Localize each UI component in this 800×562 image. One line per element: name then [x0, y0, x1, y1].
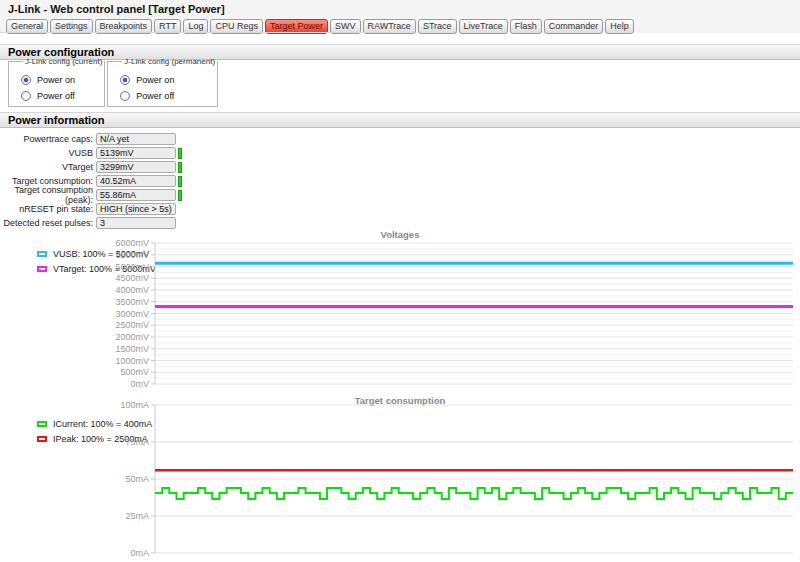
tab-flash[interactable]: Flash: [510, 19, 542, 34]
info-row-vusb: VUSB5139mV: [0, 146, 420, 160]
tab-strace[interactable]: STrace: [418, 19, 457, 34]
y-tick-label: 5500mV: [115, 250, 149, 260]
field-label: Powertrace caps:: [0, 134, 93, 144]
field-target-consumption-peak[interactable]: 55.86mA: [96, 189, 176, 201]
y-tick-label: 1000mV: [115, 356, 149, 366]
level-indicator: [178, 162, 182, 173]
level-indicator: [178, 148, 182, 159]
y-tick-label: 75mA: [125, 437, 149, 447]
groupbox-jlink-config-permanent: J-Link config (permanent)Power onPower o…: [107, 57, 218, 107]
y-tick-label: 3000mV: [115, 309, 149, 319]
field-powertrace-caps[interactable]: N/A yet: [96, 133, 176, 145]
radio-row-power-on-permanent: Power on: [120, 72, 217, 88]
y-tick-label: 4500mV: [115, 273, 149, 283]
groupbox-legend: J-Link config (permanent): [122, 57, 217, 66]
field-nreset-pin-state[interactable]: HIGH (since > 5s): [96, 203, 176, 215]
window-header: J-Link - Web control panel [Target Power…: [0, 0, 800, 33]
y-tick-label: 3500mV: [115, 297, 149, 307]
page-title: J-Link - Web control panel [Target Power…: [8, 3, 225, 15]
y-tick-label: 1500mV: [115, 344, 149, 354]
radio-label: Power off: [136, 91, 174, 101]
y-tick-label: 0mA: [130, 548, 149, 558]
info-row-vtarget: VTarget3299mV: [0, 160, 420, 174]
voltages-chart: 0mV500mV1000mV1500mV2000mV2500mV3000mV35…: [0, 225, 800, 390]
radio-row-power-on-current: Power on: [21, 72, 104, 88]
radio-power-on-current[interactable]: [21, 75, 31, 85]
info-row-powertrace-caps: Powertrace caps:N/A yet: [0, 132, 420, 146]
radio-row-power-off-permanent: Power off: [120, 88, 217, 104]
y-tick-label: 2500mV: [115, 320, 149, 330]
radio-power-off-permanent[interactable]: [120, 91, 130, 101]
tab-livetrace[interactable]: LiveTrace: [459, 19, 508, 34]
level-indicator: [178, 176, 182, 187]
jlink-web-control-panel: J-Link - Web control panel [Target Power…: [0, 0, 800, 562]
radio-power-off-current[interactable]: [21, 91, 31, 101]
y-tick-label: 5000mV: [115, 262, 149, 272]
radio-power-on-permanent[interactable]: [120, 75, 130, 85]
y-tick-label: 6000mV: [115, 238, 149, 248]
y-tick-label: 2000mV: [115, 332, 149, 342]
field-label: VTarget: [0, 162, 93, 172]
level-indicator: [178, 190, 182, 201]
info-row-nreset-pin-state: nRESET pin state:HIGH (since > 5s): [0, 202, 420, 216]
y-tick-label: 100mA: [120, 400, 149, 410]
power-information-fields: Powertrace caps:N/A yetVUSB5139mVVTarget…: [0, 132, 420, 230]
y-tick-label: 4000mV: [115, 285, 149, 295]
power-config-groups: J-Link config (current)Power onPower off…: [8, 57, 220, 107]
radio-label: Power off: [37, 91, 75, 101]
section-header-power-information: Power information: [0, 112, 800, 128]
radio-label: Power on: [136, 75, 174, 85]
y-tick-label: 25mA: [125, 511, 149, 521]
info-row-target-consumption-peak: Target consumption (peak):55.86mA: [0, 188, 420, 202]
radio-row-power-off-current: Power off: [21, 88, 104, 104]
field-label: nRESET pin state:: [0, 204, 93, 214]
tab-help[interactable]: Help: [605, 19, 634, 34]
groupbox-jlink-config-current: J-Link config (current)Power onPower off: [8, 57, 105, 107]
field-vusb[interactable]: 5139mV: [96, 147, 176, 159]
y-tick-label: 0mV: [130, 379, 149, 389]
y-tick-label: 500mV: [120, 367, 149, 377]
tab-commander[interactable]: Commander: [544, 19, 604, 34]
target-consumption-chart: 0mA25mA50mA75mA100mA: [0, 390, 800, 562]
groupbox-legend: J-Link config (current): [23, 57, 104, 66]
series-line-icurrent: [155, 488, 793, 499]
field-vtarget[interactable]: 3299mV: [96, 161, 176, 173]
tab-separator: [0, 32, 392, 33]
field-label: VUSB: [0, 148, 93, 158]
y-tick-label: 50mA: [125, 474, 149, 484]
field-target-consumption[interactable]: 40.52mA: [96, 175, 176, 187]
field-label: Target consumption (peak):: [0, 185, 93, 205]
radio-label: Power on: [37, 75, 75, 85]
